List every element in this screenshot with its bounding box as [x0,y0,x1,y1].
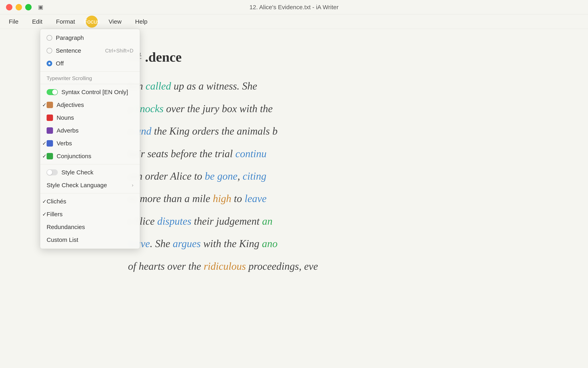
editor-para-5: een order Alice to be gone, citing [128,167,564,185]
divider-2 [40,84,140,84]
sentence-radio[interactable] [47,48,52,54]
menu-item-cliches[interactable]: ✓ Clichés [40,195,140,208]
main-area: Paragraph Sentence Ctrl+Shift+D Off Type… [0,29,588,368]
verbs-label: Verbs [57,140,72,147]
menu-item-nouns[interactable]: Nouns [40,111,140,124]
menu-item-custom-list[interactable]: Custom List [40,233,140,246]
adjectives-checkmark: ✓ [42,102,47,108]
editor-para-7: t Alice disputes their judgement an [128,212,564,230]
fillers-label: Fillers [47,211,63,218]
nouns-swatch [47,115,53,121]
sidebar-toggle-icon[interactable]: ▣ [38,4,43,10]
word-an: an [262,215,272,227]
menu-item-style-check-language[interactable]: Style Check Language › [40,179,140,192]
editor-content: ## .dence hen called up as a witness. Sh… [128,45,564,275]
editor-para-8: leave. She argues with the King ano [128,235,564,252]
word-argues: argues [173,238,201,249]
word-high: high [213,193,231,204]
minimize-button[interactable] [16,4,22,10]
menu-edit[interactable]: Edit [29,17,45,27]
conjunctions-label: Conjunctions [57,153,91,160]
adverbs-swatch [47,127,53,134]
word-citing: citing [243,170,266,182]
menu-item-verbs[interactable]: ✓ Verbs [40,137,140,150]
cliches-label: Clichés [47,198,66,205]
conjunctions-checkmark: ✓ [42,153,47,159]
menu-item-adjectives[interactable]: ✓ Adjectives [40,99,140,111]
menu-item-adverbs[interactable]: Adverbs [40,124,140,137]
menu-help[interactable]: Help [132,17,150,27]
off-label: Off [56,60,64,67]
menu-item-fillers[interactable]: ✓ Fillers [40,208,140,221]
word-continuu: continu [235,148,267,159]
menu-item-syntax-control[interactable]: Syntax Control [EN Only] [40,86,140,99]
window-title: 12. Alice's Evidence.txt - iA Writer [249,4,338,11]
paragraph-label: Paragraph [56,34,84,41]
menu-file[interactable]: File [6,17,21,27]
divider-1 [40,72,140,72]
menu-item-style-check[interactable]: Style Check [40,166,140,179]
menu-format[interactable]: Format [53,17,78,27]
style-check-language-label: Style Check Language [47,182,107,189]
custom-list-label: Custom List [47,237,78,243]
focus-dropdown-menu: Paragraph Sentence Ctrl+Shift+D Off Type… [40,29,140,249]
word-be-gone: be gone [205,170,237,182]
divider-4 [40,193,140,193]
syntax-control-toggle[interactable] [47,89,58,95]
menu-item-paragraph[interactable]: Paragraph [40,31,140,44]
adverbs-label: Adverbs [57,127,79,134]
conjunctions-swatch [47,153,53,159]
fillers-checkmark: ✓ [42,211,47,217]
submenu-arrow-icon: › [132,182,133,188]
title-bar: ▣ 12. Alice's Evidence.txt - iA Writer [0,0,588,14]
editor-para-3: n and the King orders the animals b [128,122,564,140]
word-disputes: disputes [157,215,191,227]
editor-heading: ## .dence [128,45,564,69]
menu-item-conjunctions[interactable]: ✓ Conjunctions [40,150,140,163]
menu-focus[interactable]: Focus [86,16,98,28]
editor-para-1: hen called up as a witness. She [128,77,564,95]
word-leave: leave [245,193,267,204]
window-controls: ▣ [6,4,43,10]
adjectives-swatch [47,102,53,108]
menu-item-redundancies[interactable]: Redundancies [40,221,140,233]
editor-para-4: heir seats before the trial continu [128,145,564,163]
redundancies-label: Redundancies [47,224,85,230]
verbs-swatch [47,140,53,147]
style-check-label: Style Check [61,169,93,176]
off-radio[interactable] [47,61,52,66]
adjectives-label: Adjectives [57,101,84,108]
word-ano: ano [262,238,278,249]
verbs-checkmark: ✓ [42,140,47,147]
sentence-label: Sentence [56,47,81,54]
menu-bar: File Edit Format Focus View Help [0,14,588,29]
cliches-checkmark: ✓ [42,198,47,205]
paragraph-radio[interactable] [47,35,52,41]
word-ridiculous: ridiculous [204,260,246,272]
style-check-toggle[interactable] [47,169,58,175]
fullscreen-button[interactable] [25,4,32,10]
syntax-control-label: Syntax Control [EN Only] [61,89,128,95]
typewriter-scrolling-header: Typewriter Scrolling [40,73,140,82]
menu-item-off[interactable]: Off [40,57,140,70]
close-button[interactable] [6,4,12,10]
word-called: called [146,80,171,92]
editor-para-9: of hearts over the ridiculous proceeding… [128,258,564,275]
editor-area: ## .dence hen called up as a witness. Sh… [104,29,588,368]
menu-item-sentence[interactable]: Sentence Ctrl+Shift+D [40,44,140,57]
editor-para-6: ns more than a mile high to leave [128,190,564,207]
menu-view[interactable]: View [106,17,124,27]
nouns-label: Nouns [57,114,74,121]
editor-para-2: y knocks over the jury box with the [128,100,564,118]
sentence-shortcut: Ctrl+Shift+D [105,48,133,54]
